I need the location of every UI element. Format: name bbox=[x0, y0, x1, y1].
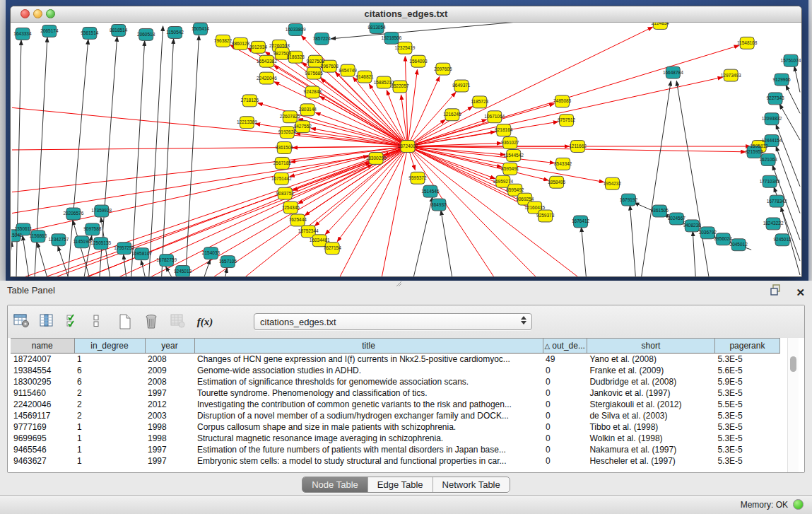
graph-node[interactable] bbox=[300, 104, 314, 116]
graph-node[interactable] bbox=[112, 24, 126, 36]
graph-node[interactable] bbox=[358, 71, 372, 83]
graph-node[interactable] bbox=[204, 247, 218, 259]
graph-node[interactable] bbox=[411, 172, 425, 184]
graph-node[interactable] bbox=[503, 137, 517, 149]
graph-node[interactable] bbox=[295, 121, 310, 133]
graph-node[interactable] bbox=[775, 74, 789, 86]
graph-node[interactable] bbox=[765, 135, 779, 147]
new-table-icon[interactable] bbox=[118, 313, 135, 330]
graph-node[interactable] bbox=[555, 95, 570, 107]
graph-node[interactable] bbox=[288, 51, 302, 63]
graph-node[interactable] bbox=[135, 248, 149, 260]
column-header-pagerank[interactable]: pagerank bbox=[714, 339, 779, 354]
graph-node[interactable] bbox=[275, 157, 289, 169]
graph-node[interactable] bbox=[308, 55, 322, 67]
column-header-title[interactable]: title bbox=[194, 339, 543, 354]
graph-node[interactable] bbox=[251, 41, 265, 53]
graph-node[interactable] bbox=[290, 214, 305, 226]
graph-node[interactable] bbox=[488, 111, 502, 123]
table-row[interactable]: 969969511998Structural magnetic resonanc… bbox=[11, 433, 779, 444]
graph-node[interactable] bbox=[16, 223, 30, 235]
graph-node[interactable] bbox=[168, 26, 182, 38]
graph-node[interactable] bbox=[240, 117, 254, 129]
graph-node[interactable] bbox=[220, 256, 235, 268]
graph-node[interactable] bbox=[666, 66, 680, 78]
graph-node[interactable] bbox=[139, 28, 153, 40]
close-traffic-light-icon[interactable] bbox=[20, 9, 30, 18]
graph-node[interactable] bbox=[259, 72, 273, 84]
graph-node[interactable] bbox=[216, 35, 230, 47]
graph-node[interactable] bbox=[770, 195, 784, 207]
graph-node[interactable] bbox=[550, 176, 564, 188]
window-titlebar[interactable]: citations_edges.txt bbox=[11, 6, 801, 23]
graph-node[interactable] bbox=[377, 76, 391, 88]
graph-node[interactable] bbox=[669, 213, 683, 225]
graph-node[interactable] bbox=[86, 223, 100, 235]
table-row[interactable]: 977716911998Corpus callosum shape and si… bbox=[11, 421, 779, 433]
network-window[interactable]: citations_edges.txt 79638228860128891293… bbox=[10, 6, 802, 277]
graph-node[interactable] bbox=[52, 234, 66, 246]
graph-node[interactable] bbox=[445, 109, 459, 121]
graph-node[interactable] bbox=[539, 210, 553, 222]
import-table-icon-disabled[interactable] bbox=[170, 313, 187, 330]
graph-node[interactable] bbox=[784, 54, 798, 66]
graph-node[interactable] bbox=[556, 158, 570, 170]
graph-node[interactable] bbox=[560, 115, 574, 127]
graph-node[interactable] bbox=[724, 69, 738, 81]
graph-node[interactable] bbox=[277, 142, 291, 154]
close-panel-icon[interactable]: ✕ bbox=[796, 287, 805, 298]
graph-node[interactable] bbox=[322, 60, 336, 72]
graph-node[interactable] bbox=[766, 218, 780, 230]
graph-node[interactable] bbox=[369, 152, 383, 164]
network-canvas[interactable]: 7963822886012889129342226053898275091654… bbox=[11, 23, 801, 276]
graph-node[interactable] bbox=[94, 238, 108, 250]
graph-node[interactable] bbox=[341, 64, 355, 76]
graph-node[interactable] bbox=[194, 23, 208, 35]
table-row[interactable]: 911546021997Tourette syndrome. Phenomeno… bbox=[11, 387, 779, 399]
zoom-traffic-light-icon[interactable] bbox=[46, 9, 55, 18]
graph-node[interactable] bbox=[95, 205, 109, 217]
graph-node[interactable] bbox=[653, 23, 667, 29]
graph-node[interactable] bbox=[233, 37, 247, 49]
graph-node[interactable] bbox=[325, 243, 339, 255]
function-builder-icon[interactable]: f(x) bbox=[196, 313, 213, 330]
graph-node[interactable] bbox=[278, 187, 292, 199]
column-header-year[interactable]: year bbox=[145, 339, 194, 354]
graph-node[interactable] bbox=[160, 255, 174, 267]
graph-node[interactable] bbox=[370, 23, 384, 33]
table-row[interactable]: 2242004622012Investigating the contribut… bbox=[11, 399, 779, 410]
graph-node[interactable] bbox=[605, 177, 619, 189]
graph-node[interactable] bbox=[275, 47, 289, 59]
graph-node[interactable] bbox=[398, 42, 412, 54]
graph-node[interactable] bbox=[507, 150, 521, 162]
row-height-icon[interactable] bbox=[92, 313, 109, 330]
graph-node[interactable] bbox=[473, 96, 487, 108]
minimize-traffic-light-icon[interactable] bbox=[33, 9, 42, 18]
graph-node[interactable] bbox=[259, 55, 273, 67]
column-header-name[interactable]: name bbox=[11, 339, 74, 354]
graph-node[interactable] bbox=[411, 55, 425, 67]
graph-node[interactable] bbox=[31, 230, 45, 243]
graph-node[interactable] bbox=[117, 243, 131, 255]
graph-node[interactable] bbox=[16, 28, 30, 40]
table-column-icon[interactable] bbox=[40, 313, 57, 330]
graph-node[interactable] bbox=[393, 81, 407, 93]
graph-node[interactable] bbox=[497, 124, 511, 136]
graph-node[interactable] bbox=[436, 63, 450, 75]
table-vertical-scrollbar[interactable] bbox=[787, 338, 799, 473]
table-row[interactable]: 1938455462009Genome-wide association stu… bbox=[11, 365, 779, 376]
graph-node[interactable] bbox=[274, 173, 288, 185]
graph-node[interactable] bbox=[740, 37, 754, 49]
graph-node[interactable] bbox=[401, 141, 415, 153]
select-rows-icon[interactable] bbox=[66, 313, 83, 330]
graph-node[interactable] bbox=[83, 27, 97, 39]
tab-network-table[interactable]: Network Table bbox=[433, 477, 510, 492]
graph-node[interactable] bbox=[700, 227, 714, 239]
graph-node[interactable] bbox=[66, 208, 81, 220]
graph-node[interactable] bbox=[571, 141, 585, 153]
graph-node[interactable] bbox=[503, 163, 517, 175]
table-settings-icon[interactable] bbox=[13, 313, 30, 330]
graph-node[interactable] bbox=[305, 86, 319, 98]
table-row[interactable]: 1456911722003Disruption of a novel membe… bbox=[11, 410, 779, 421]
scrollbar-thumb[interactable] bbox=[790, 356, 796, 372]
